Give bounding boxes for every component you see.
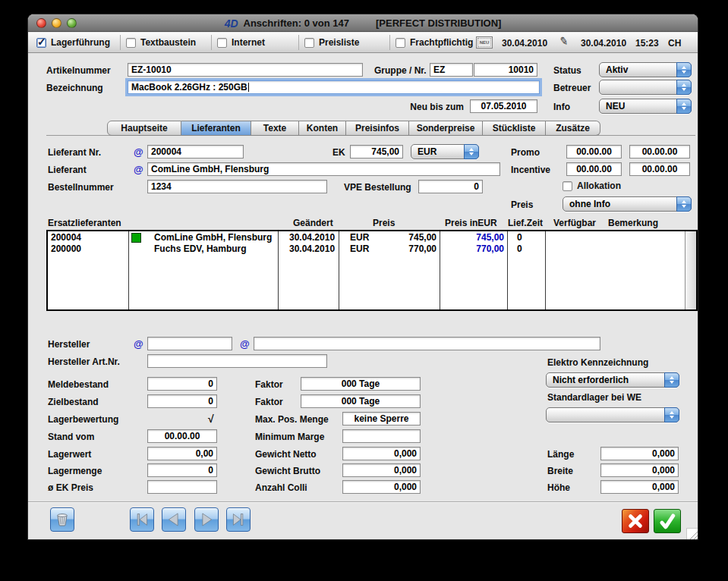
faktor2-field[interactable]: 000 Tage (301, 394, 421, 408)
neu-stamp-icon: NEU (476, 36, 493, 49)
bezeichnung-field[interactable]: MacBook 2.26GHz : 250GB (128, 80, 540, 94)
application-window: 4D Anschriften: 0 von 147 [PERFECT DISTR… (27, 14, 698, 540)
tab-sonderpreise[interactable]: Sonderpreise (409, 121, 483, 136)
preis-info-select[interactable]: ohne Info (563, 196, 692, 212)
table-scrollbar[interactable] (685, 231, 696, 309)
lagerwert-field[interactable]: 0,00 (147, 447, 217, 460)
max-pos-field[interactable]: keine Sperre (342, 412, 421, 426)
standardlager-select[interactable] (546, 407, 679, 422)
minimum-marge-field[interactable] (342, 429, 421, 443)
checkbox-preisliste-label: Preisliste (319, 37, 359, 48)
hersteller-name-lookup-link[interactable]: @ (240, 338, 250, 350)
lagermenge-field[interactable]: 0 (147, 463, 217, 477)
hersteller-lookup-link[interactable]: @ (134, 338, 143, 350)
checkbox-allokation[interactable] (563, 181, 572, 191)
tab-lieferanten[interactable]: Lieferanten (181, 121, 251, 136)
cancel-button[interactable] (622, 509, 649, 533)
checkbox-textbaustein[interactable] (126, 38, 136, 48)
tab-konten[interactable]: Konten (299, 121, 346, 136)
hersteller-name-field[interactable] (254, 337, 600, 350)
tab-preisinfos[interactable]: Preisinfos (346, 121, 409, 136)
table-row[interactable]: 200000 Fuchs EDV, Hamburg 30.04.2010 EUR… (48, 243, 696, 255)
gewicht-brutto-field[interactable]: 0,000 (342, 463, 421, 477)
lieferant-nr-lookup-link[interactable]: @ (134, 146, 143, 158)
meldebestand-field[interactable]: 0 (147, 377, 217, 391)
zielbestand-field[interactable]: 0 (147, 394, 217, 408)
checkbox-lagerfuehrung-label: Lagerführung (51, 37, 110, 48)
gruppe-label: Gruppe / Nr. (374, 65, 427, 76)
betreuer-select[interactable] (599, 80, 692, 95)
col-header-preis-ineur: Preis inEUR (445, 218, 497, 228)
info-select[interactable]: NEU (599, 99, 692, 114)
faktor1-label: Faktor (255, 379, 283, 390)
tab-stueckliste[interactable]: Stückliste (483, 121, 546, 136)
delete-record-button[interactable] (50, 507, 74, 532)
laenge-field[interactable]: 0,000 (600, 447, 679, 460)
last-record-button[interactable] (226, 507, 251, 532)
lieferant-field[interactable]: ComLine GmbH, Flensburg (147, 162, 500, 176)
hersteller-artnr-field[interactable] (147, 354, 327, 368)
previous-record-button[interactable] (162, 507, 186, 532)
lagerbewertung-label: Lagerbewertung (48, 414, 118, 425)
elektro-select[interactable]: Nicht erforderlich (546, 372, 679, 388)
bestellnummer-field[interactable]: 1234 (147, 180, 327, 193)
next-record-button[interactable] (194, 507, 219, 532)
tab-hauptseite[interactable]: Hauptseite (107, 121, 181, 136)
checkbox-frachtpflichtig-label: Frachtpflichtig (410, 37, 473, 48)
hersteller-nr-field[interactable] (147, 337, 232, 350)
ek-preis-field[interactable] (147, 480, 217, 494)
incentive-from-field[interactable]: 00.00.00 (566, 162, 622, 176)
ek-label: EK (332, 147, 345, 158)
text-caret (248, 83, 249, 92)
hersteller-label: Hersteller (48, 339, 90, 350)
hoehe-field[interactable]: 0,000 (600, 480, 679, 494)
resize-grip[interactable] (686, 528, 698, 540)
checkbox-preisliste[interactable] (304, 38, 314, 48)
last-record-icon (230, 511, 247, 528)
popup-arrows-icon (464, 144, 479, 159)
next-record-icon (198, 511, 215, 528)
gewicht-netto-field[interactable]: 0,000 (342, 447, 421, 460)
gruppen-nr-field[interactable]: 10010 (474, 63, 537, 77)
first-record-button[interactable] (130, 507, 154, 532)
lieferant-lookup-link[interactable]: @ (134, 164, 143, 175)
betreuer-label: Betreuer (553, 83, 591, 93)
ek-currency-select[interactable]: EUR (411, 144, 479, 159)
status-select[interactable]: Aktiv (599, 62, 692, 77)
promo-from-field[interactable]: 00.00.00 (566, 145, 622, 159)
tab-texte[interactable]: Texte (251, 121, 299, 136)
vpe-field[interactable]: 0 (418, 180, 483, 193)
ek-field[interactable]: 745,00 (350, 145, 403, 159)
gruppe-field[interactable]: EZ (430, 63, 473, 77)
created-date: 30.04.2010 (502, 38, 547, 49)
gewicht-brutto-label: Gewicht Brutto (255, 466, 320, 476)
checkbox-internet[interactable] (217, 38, 227, 48)
checkbox-lagerfuehrung[interactable] (36, 38, 46, 48)
previous-record-icon (165, 511, 182, 528)
neu-bis-label: Neu bis zum (403, 102, 464, 112)
promo-to-field[interactable]: 00.00.00 (629, 145, 690, 159)
gewicht-netto-label: Gewicht Netto (255, 449, 317, 460)
col-header-liefzeit: Lief.Zeit (508, 218, 543, 228)
toolbar-divider (389, 35, 390, 50)
col-header-geaendert: Geändert (293, 218, 333, 228)
col-header-preis: Preis (373, 218, 395, 228)
anzahl-colli-label: Anzahl Colli (255, 482, 307, 493)
stand-vom-field[interactable]: 00.00.00 (147, 429, 217, 443)
ok-button[interactable] (654, 509, 681, 533)
breite-field[interactable]: 0,000 (600, 463, 679, 477)
popup-arrows-icon (676, 62, 692, 77)
anzahl-colli-field[interactable]: 0,000 (342, 480, 421, 494)
checkbox-frachtpflichtig[interactable] (396, 38, 405, 48)
incentive-to-field[interactable]: 00.00.00 (629, 162, 690, 176)
tab-zusaetze[interactable]: Zusätze (546, 121, 600, 136)
table-row[interactable]: 200004 ComLine GmbH, Flensburg 30.04.201… (48, 232, 696, 243)
title-bar: 4D Anschriften: 0 von 147 [PERFECT DISTR… (28, 14, 698, 32)
faktor1-field[interactable]: 000 Tage (301, 377, 421, 391)
lieferant-nr-field[interactable]: 200004 (147, 145, 244, 159)
vpe-label: VPE Bestellung (344, 182, 411, 193)
neu-bis-field[interactable]: 07.05.2010 (470, 99, 537, 113)
popup-arrows-icon (676, 99, 692, 114)
checkbox-textbaustein-label: Textbaustein (140, 37, 196, 48)
artikelnummer-field[interactable]: EZ-10010 (128, 63, 363, 77)
